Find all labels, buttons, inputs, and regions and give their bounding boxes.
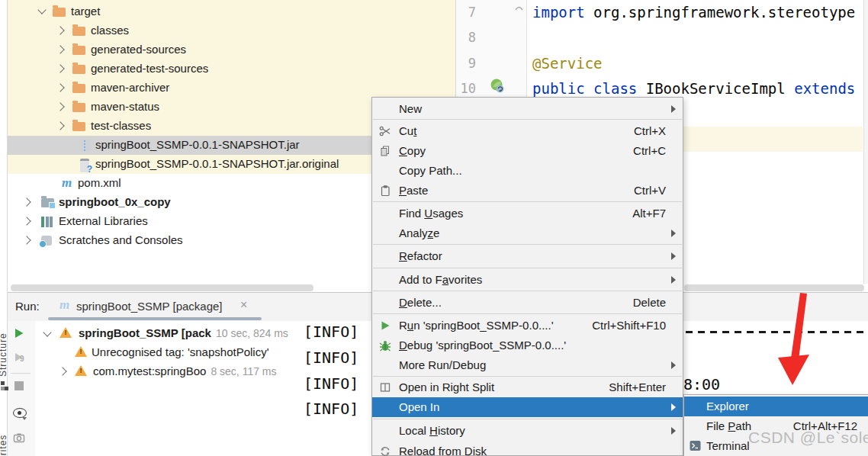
watermark: CSDN @Le`soleil: [748, 429, 868, 447]
menu-item-debug[interactable]: Debug 'springBoot_SSMP-0.0....': [372, 336, 683, 355]
menu-item-new[interactable]: New: [372, 99, 683, 119]
chevron-down-icon[interactable]: [37, 5, 46, 14]
libraries-icon: [41, 217, 53, 227]
menu-item-label: Cut: [399, 121, 416, 141]
tree-item-label: maven-archiver: [91, 81, 169, 94]
run-results-tree: springBoot_SSMP [pack10 sec, 824 ms Unre…: [35, 321, 297, 456]
chevron-right-icon[interactable]: [56, 121, 64, 130]
keyword-token: import: [532, 4, 585, 21]
line-number: 9: [456, 51, 476, 76]
menu-item-delete[interactable]: Delete... Delete: [372, 293, 683, 313]
context-menu: New Cut Ctrl+X Copy Ctrl+C Copy Path...: [371, 97, 683, 456]
warning-icon: [75, 346, 87, 357]
menu-item-label: Analyze: [399, 223, 439, 243]
menu-item-label: Run 'springBoot_SSMP-0.0....': [399, 316, 554, 336]
run-tree-row[interactable]: Unrecognised tag: 'snapshotPolicy': [35, 342, 296, 361]
menu-item-open-in-right-split[interactable]: Open in Right Split Shift+Enter: [372, 377, 683, 397]
unknown-file-icon: [80, 159, 89, 172]
duration-label: 8 sec, 117 ms: [211, 365, 276, 377]
left-tool-stripe: Structure Favorites: [0, 0, 8, 456]
menu-item-copy[interactable]: Copy Ctrl+C: [372, 141, 683, 161]
submenu-arrow-icon: [671, 230, 676, 237]
chevron-right-icon[interactable]: [56, 83, 64, 92]
menu-item-label: Add to Favorites: [399, 270, 482, 290]
run-tree-row[interactable]: com.mytest:springBoo8 sec, 117 ms: [35, 361, 296, 381]
rerun-button[interactable]: [13, 327, 25, 339]
warning-icon: [75, 365, 87, 376]
menu-item-copy-path[interactable]: Copy Path...: [372, 161, 683, 181]
tool-label-structure[interactable]: Structure: [0, 313, 8, 377]
chevron-right-icon[interactable]: [58, 367, 66, 375]
jar-file-icon: [80, 140, 90, 152]
reload-icon: [379, 445, 391, 456]
menu-item-add-to-favorites[interactable]: Add to Favorites: [372, 270, 683, 290]
view-options-button[interactable]: [12, 407, 27, 418]
submenu-arrow-icon: [671, 252, 676, 260]
structure-icon[interactable]: [1, 381, 5, 385]
chevron-right-icon[interactable]: [22, 217, 31, 225]
fold-marker-icon[interactable]: [514, 4, 524, 11]
stop-button[interactable]: [14, 381, 24, 390]
editor-hscrollbar-thumb[interactable]: [684, 284, 864, 291]
submenu-arrow-icon: [671, 427, 676, 435]
chevron-right-icon[interactable]: [56, 64, 64, 72]
menu-item-label: Reload from Disk: [399, 442, 487, 456]
editor-scrollbar-strip[interactable]: [863, 0, 868, 284]
terminal-icon: [690, 440, 701, 451]
chevron-right-icon[interactable]: [56, 26, 64, 34]
run-tree-row[interactable]: springBoot_SSMP [pack10 sec, 824 ms: [35, 323, 296, 342]
run-tab-underline: [48, 317, 262, 320]
tree-item-label: springBoot_SSMP-0.0.1-SNAPSHOT.jar.origi…: [95, 157, 339, 170]
spring-bean-gutter-icon[interactable]: [490, 79, 505, 94]
menu-item-reload-from-disk[interactable]: Reload from Disk: [372, 442, 683, 456]
split-icon: [379, 381, 391, 393]
console-line: [INFO]: [304, 374, 358, 393]
menu-item-analyze[interactable]: Analyze: [372, 223, 683, 243]
ide-window: target classes generated-sources generat…: [0, 0, 868, 456]
chevron-right-icon[interactable]: [22, 236, 31, 244]
submenu-arrow-icon: [671, 403, 676, 411]
tree-item-generated-test-sources[interactable]: generated-test-sources: [7, 59, 455, 79]
screenshot-button[interactable]: [13, 432, 25, 444]
folder-icon: [72, 65, 85, 74]
menu-shortcut: Shift+Enter: [609, 377, 666, 397]
tree-item-label: springBoot_SSMP-0.0.1-SNAPSHOT.jar: [95, 138, 300, 151]
tree-item-target[interactable]: target: [7, 2, 455, 21]
keyword-token: public class: [532, 80, 637, 97]
menu-separator: [373, 244, 682, 245]
menu-item-refactor[interactable]: Refactor: [372, 246, 683, 266]
keyword-token: extends: [794, 80, 855, 97]
chevron-right-icon[interactable]: [56, 102, 64, 111]
menu-separator: [373, 291, 682, 291]
tree-item-label: Scratches and Consoles: [59, 233, 183, 246]
scissors-icon: [379, 125, 391, 137]
menu-item-find-usages[interactable]: Find Usages Alt+F7: [372, 204, 683, 223]
menu-item-label: More Run/Debug: [399, 355, 486, 375]
menu-item-open-in[interactable]: Open In: [372, 397, 683, 417]
chevron-right-icon[interactable]: [56, 45, 64, 53]
tool-label-favorites[interactable]: Favorites: [0, 397, 8, 456]
submenu-arrow-icon: [671, 361, 676, 369]
maven-icon: m: [59, 297, 69, 313]
menu-item-local-history[interactable]: Local History: [372, 421, 683, 441]
tree-item-generated-sources[interactable]: generated-sources: [7, 40, 455, 59]
duration-label: 10 sec, 824 ms: [216, 327, 288, 339]
menu-item-paste[interactable]: Paste Ctrl+V: [372, 181, 683, 201]
menu-item-label: Copy: [399, 141, 426, 161]
chevron-down-icon[interactable]: [43, 328, 51, 336]
tree-item-classes[interactable]: classes: [7, 21, 455, 40]
close-icon[interactable]: ×: [240, 298, 247, 312]
menu-item-more-run-debug[interactable]: More Run/Debug: [372, 355, 683, 375]
tree-item-label: target: [71, 5, 100, 18]
menu-item-run[interactable]: Run 'springBoot_SSMP-0.0....' Ctrl+Shift…: [372, 316, 683, 336]
chevron-right-icon[interactable]: [22, 197, 31, 206]
debug-bug-icon: [379, 339, 391, 352]
tree-item-maven-archiver[interactable]: maven-archiver: [7, 79, 455, 98]
submenu-item-explorer[interactable]: Explorer: [684, 397, 868, 416]
menu-item-label: File Path: [706, 416, 751, 436]
tree-item-label: External Libraries: [59, 214, 148, 227]
console-line: [INFO]: [304, 400, 358, 418]
menu-item-cut[interactable]: Cut Ctrl+X: [372, 121, 683, 141]
code-token: org.springframework.stereotype: [585, 4, 856, 21]
project-hscrollbar-thumb[interactable]: [11, 284, 313, 291]
